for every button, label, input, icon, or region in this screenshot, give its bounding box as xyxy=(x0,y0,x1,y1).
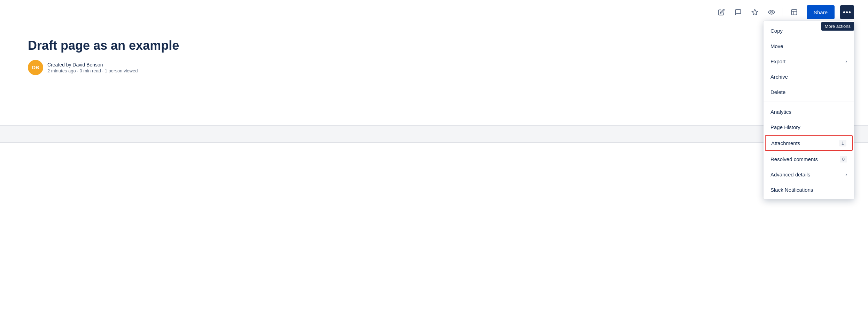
toolbar-icon-group xyxy=(714,5,801,19)
more-actions-tooltip: More actions xyxy=(821,22,854,31)
menu-item-delete-label: Delete xyxy=(770,89,785,95)
star-icon-button[interactable] xyxy=(748,5,762,19)
star-icon xyxy=(751,9,758,16)
resolved-comments-badge: 0 xyxy=(840,156,847,163)
menu-item-slack-notifications-label: Slack Notifications xyxy=(770,187,813,193)
menu-section-1: Copy Move Export › Archive Delete xyxy=(764,21,854,102)
export-chevron-icon: › xyxy=(845,58,847,64)
menu-item-analytics-label: Analytics xyxy=(770,109,791,115)
more-actions-button[interactable]: ••• xyxy=(840,5,854,19)
menu-item-attachments[interactable]: Attachments 1 xyxy=(765,135,853,151)
menu-item-analytics[interactable]: Analytics xyxy=(764,104,854,119)
page-title: Draft page as an example xyxy=(28,38,868,53)
menu-item-export[interactable]: Export › xyxy=(764,54,854,69)
menu-item-advanced-details-label: Advanced details xyxy=(770,172,810,177)
watch-icon-button[interactable] xyxy=(765,5,778,19)
template-icon xyxy=(791,9,798,16)
menu-item-slack-notifications[interactable]: Slack Notifications xyxy=(764,182,854,197)
attachments-badge: 1 xyxy=(839,140,846,146)
watch-icon xyxy=(768,9,775,16)
toolbar-divider xyxy=(783,8,783,16)
menu-item-resolved-comments[interactable]: Resolved comments 0 xyxy=(764,151,854,167)
menu-item-resolved-comments-label: Resolved comments xyxy=(770,156,818,162)
menu-item-page-history-label: Page History xyxy=(770,124,800,130)
edit-icon xyxy=(718,9,725,16)
more-actions-dots: ••• xyxy=(843,8,851,16)
advanced-details-chevron-icon: › xyxy=(845,172,847,177)
menu-item-move-label: Move xyxy=(770,43,783,49)
meta-stats-text: 2 minutes ago · 0 min read · 1 person vi… xyxy=(47,68,138,73)
menu-item-delete[interactable]: Delete xyxy=(764,84,854,100)
menu-item-export-label: Export xyxy=(770,58,785,64)
comment-icon-button[interactable] xyxy=(731,5,745,19)
created-by-label: Created by David Benson xyxy=(47,62,138,68)
menu-item-archive-label: Archive xyxy=(770,74,788,80)
share-button[interactable]: Share xyxy=(807,5,835,19)
page-divider xyxy=(0,125,868,143)
menu-item-attachments-label: Attachments xyxy=(771,140,800,146)
header-toolbar: Share ••• More actions xyxy=(0,0,868,24)
meta-stats: 2 minutes ago · 0 min read · 1 person vi… xyxy=(47,68,138,73)
meta-info: Created by David Benson 2 minutes ago · … xyxy=(47,62,138,73)
menu-section-2: Analytics Page History Attachments 1 Res… xyxy=(764,102,854,199)
menu-item-archive[interactable]: Archive xyxy=(764,69,854,84)
svg-point-1 xyxy=(770,11,772,13)
page-meta: DB Created by David Benson 2 minutes ago… xyxy=(28,60,868,75)
page-content: Draft page as an example DB Created by D… xyxy=(28,24,868,89)
avatar: DB xyxy=(28,60,43,75)
menu-item-page-history[interactable]: Page History xyxy=(764,119,854,135)
more-actions-dropdown: Copy Move Export › Archive Delete Analyt… xyxy=(764,21,854,199)
template-icon-button[interactable] xyxy=(787,5,801,19)
menu-item-move[interactable]: Move xyxy=(764,38,854,54)
svg-rect-2 xyxy=(791,10,797,15)
comment-icon xyxy=(735,9,742,16)
menu-item-copy-label: Copy xyxy=(770,28,783,34)
svg-marker-0 xyxy=(752,9,758,15)
menu-item-advanced-details[interactable]: Advanced details › xyxy=(764,167,854,182)
edit-icon-button[interactable] xyxy=(714,5,728,19)
